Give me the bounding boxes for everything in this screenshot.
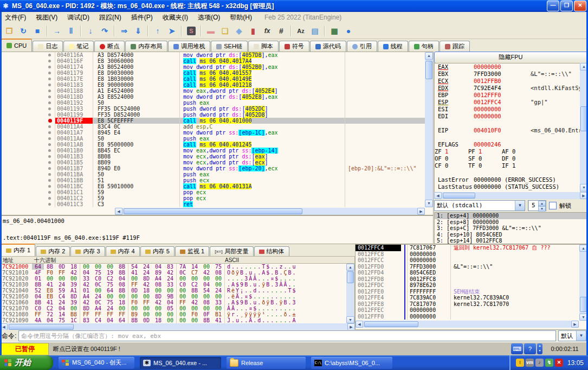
menu-item-i[interactable]: 收藏夹(I) [158,12,193,23]
row-dot-icon[interactable] [46,100,55,106]
hash-icon[interactable]: # [275,24,288,37]
row-dot-icon[interactable] [46,64,55,70]
dump-tab-内存4[interactable]: 内存 4 [106,246,140,256]
disasm-row[interactable]: 004011B08B45 ECmov eax,dword ptr ss:[ebp… [1,148,433,154]
keyboard-icon[interactable]: ⌨ [511,343,523,354]
dump-row[interactable]: 7C9210904A04751C83C404648B0D180000008B41… [1,317,354,323]
register-row[interactable]: LastStatus00000000 (STATUS_SUCCESS) [435,183,580,190]
register-row[interactable]: OF 0SF 0DF 0 [435,155,580,162]
restart-icon[interactable]: ↻ [17,24,30,37]
row-dot-icon[interactable] [46,177,55,183]
row-dot-icon[interactable] [46,154,55,160]
disasm-row[interactable]: 004011C259pop ecx [1,195,433,201]
register-row[interactable]: EIP004010F0<ms_06_040.EntryPoint> [435,127,580,134]
menu-item-f[interactable]: 文件(F) [0,12,31,23]
globe-icon[interactable]: ● [342,24,355,37]
row-dot-icon[interactable] [46,82,55,88]
network-icon[interactable]: ↯ [545,359,553,367]
register-row[interactable]: EBX7FFD3000&L"=::=::\\" [435,71,580,78]
taskbar-task-4[interactable]: C:\C:\abyss\MS_06_0... [311,357,392,369]
registers-list[interactable]: EAX00000000EBX7FFD3000&L"=::=::\\"ECX001… [434,63,580,193]
row-dot-icon[interactable] [46,76,55,82]
stack-row[interactable]: 0012FFC47C817067返回到 kernel32.7C817067 自 … [356,245,587,251]
register-row[interactable]: ECX0012FFB0 [435,78,580,85]
stack-hscrollbar[interactable]: ◀ ▶ [356,321,579,328]
dump-tab-内存2[interactable]: 内存 2 [36,246,70,256]
argument-count-stepper[interactable]: 5 ▲▼ [528,200,546,211]
disasm-row[interactable]: 004011AA50push eax [1,136,433,142]
menu-item-v[interactable]: 视图(V) [31,12,62,23]
disasm-row[interactable]: 004011C159pop ecx [1,189,433,195]
unlock-checkbox[interactable] [549,202,557,209]
bookmark-icon[interactable]: ▮ [247,24,260,37]
dump-row[interactable]: 7C9210200100000033C0C204008DA42400000000… [1,276,354,282]
disasm-row[interactable]: 004011BA50push eax [1,171,433,177]
argument-row[interactable]: 5: [esp+14] 0012FFC8 [435,238,587,244]
step-into-icon[interactable]: ↓ [84,24,97,37]
open-file-icon[interactable]: ❐ [3,24,16,37]
execute-till-return-icon[interactable]: ↑ [151,24,164,37]
dump-tab-监视1[interactable]: 监视 1 [175,246,209,256]
dump-tab-内存1[interactable]: 内存 1 [1,244,35,256]
disassembly-vscrollbar[interactable]: ▲ ▼ [425,52,433,207]
memory-window-icon[interactable]: ▤ [308,24,321,37]
row-dot-icon[interactable] [46,189,55,195]
row-dot-icon[interactable] [46,201,55,207]
disasm-row[interactable]: 004011BCE8 59010000call ms_06_040.40131A [1,183,433,189]
stack-row[interactable]: 0012FFD07FFD3000&L"=::=::\\" [356,264,587,270]
disasm-row[interactable]: 0040116AA3 D8574000mov dword ptr ds:[405… [1,52,433,58]
row-dot-icon[interactable] [46,136,55,142]
argument-row[interactable]: 3: [esp+C] 7FFD3000 &L"=::=::\\" [435,225,587,232]
dump-row[interactable]: 7C92104052E859A10100648B0D180000008B5424… [1,288,354,294]
stack-row[interactable]: 0012FFE87C817070kernel32.7C817070 [356,301,587,308]
register-row[interactable] [435,169,580,176]
tab-调用堆栈[interactable]: 调用堆栈 [168,41,210,52]
register-row[interactable]: EFLAGS00000246 [435,141,580,148]
tab-跟踪[interactable]: 跟踪 [440,41,470,52]
dump-row[interactable]: 7C921070C0C204008DA424000000000500000000… [1,305,354,311]
splitter-icon[interactable]: ▴▾ [537,343,542,354]
tab-内存布局[interactable]: 内存布局 [125,41,167,52]
row-dot-icon[interactable] [46,52,55,58]
row-dot-icon[interactable] [46,171,55,177]
row-dot-icon[interactable] [46,160,55,165]
pause-icon[interactable]: ‖ [64,24,77,37]
row-dot-icon[interactable] [46,195,55,201]
tab-引用[interactable]: 引用 [347,41,377,52]
dump-vscrollbar[interactable]: ▲ ▼ [346,264,354,323]
label-icon[interactable]: ◈ [232,24,245,37]
dump-row[interactable]: 7C9210608B412439420C7518F0FF4204FF420833… [1,299,354,305]
disasm-row[interactable]: 0040116FE8 30060000call ms_06_040.4017A4 [1,58,433,64]
register-row[interactable]: EDX7C92E4F4<ntdll.KiFastSystem [435,85,580,92]
disasm-row[interactable]: 004011BB51push ecx [1,177,433,183]
disasm-row[interactable]: 00401183E8 90000000call ms_06_040.401218 [1,82,433,88]
script-icon[interactable]: S [185,24,198,37]
calculator-icon[interactable]: ▦ [328,24,341,37]
row-dot-icon[interactable] [46,130,55,136]
disasm-row[interactable]: 00401193FF35 DC524000push dword ptr ds:[… [1,106,433,112]
disasm-row[interactable]: 004011A78945 E4mov dword ptr ss:[ebp-1C]… [1,130,433,136]
dump-tab-内存3[interactable]: 内存 3 [70,246,105,256]
register-row[interactable]: ZF 1PF 1AF 0 [435,148,580,155]
registers-hscrollbar[interactable]: ◀ ▶ [434,192,587,199]
disassembly-hscrollbar[interactable]: ◀ ▶ [115,208,425,215]
disasm-row[interactable]: 0040118DA3 E8524000mov dword ptr ds:[405… [1,94,433,100]
menu-item-d[interactable]: 调试(D) [62,12,94,23]
restore-button[interactable]: ❐ [560,1,573,11]
calling-convention-select[interactable]: 默认 (stdcall) ▼ [434,200,525,211]
vmware-tray-icon[interactable]: vm [526,359,534,367]
register-row[interactable]: LastError00000000 (ERROR_SUCCESS) [435,176,580,183]
row-dot-icon[interactable] [46,112,55,118]
row-dot-icon[interactable] [46,142,55,148]
dump-tab-结构体[interactable]: 结构体 [254,246,289,256]
chevron-down-icon[interactable]: ▼ [515,201,525,210]
menu-item-h[interactable]: 帮助(H) [225,12,257,23]
argument-row[interactable]: 4: [esp+10] 8054C6ED [435,232,587,238]
function-icon[interactable]: fx [261,24,274,37]
memory-dump-rows[interactable]: 7C921000648B0D180000008B542404837A140075… [0,264,355,323]
disasm-row[interactable]: 00401174A3 B0524000mov dword ptr ds:[405… [1,64,433,70]
disasm-row[interactable]: 0040119250push eax [1,100,433,106]
help-icon[interactable]: ? [524,343,536,354]
dump-row[interactable]: 7C9210308B412439420C7508FF420833C0C20400… [1,282,354,288]
disasm-row[interactable]: 004011ABE8 95000000call ms_06_040.401245 [1,142,433,148]
